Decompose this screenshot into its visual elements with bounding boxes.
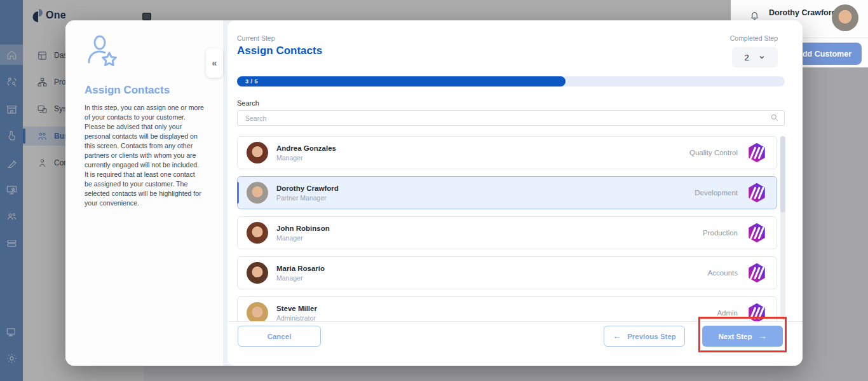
company-hexagon-logo <box>746 302 768 321</box>
assign-contacts-modal: « Assign Contacts In this step, you can … <box>65 20 803 366</box>
contact-row-andrea-gonzales[interactable]: Andrea GonzalesManager Quality Control <box>237 136 777 169</box>
company-hexagon-logo <box>746 142 768 163</box>
avatar <box>247 182 268 204</box>
arrow-right-icon: → <box>759 331 767 341</box>
current-step-label: Current Step <box>237 34 275 42</box>
contact-row-john-robinson[interactable]: John RobinsonManager Production <box>237 216 777 249</box>
contact-role: Manager <box>276 154 336 162</box>
progress-label: 3 / 5 <box>245 78 258 85</box>
screen: One Dash Proje Syst Busi Cont Dorothy <box>0 0 868 381</box>
bell-icon[interactable] <box>750 11 759 20</box>
avatar <box>247 262 268 284</box>
scrollbar-thumb[interactable] <box>780 136 785 212</box>
arrow-left-icon: ← <box>613 331 621 341</box>
chevron-down-icon <box>758 53 766 61</box>
header-user-avatar[interactable] <box>832 4 858 31</box>
contact-name: Andrea Gonzales <box>276 144 336 152</box>
modal-step-title: Assign Contacts <box>85 84 170 97</box>
current-step-title: Assign Contacts <box>237 45 322 57</box>
next-step-label: Next Step <box>718 333 752 340</box>
contact-role: Manager <box>276 234 330 242</box>
modal-step-description: In this step, you can assign one or more… <box>85 103 204 208</box>
company-hexagon-logo <box>746 222 768 244</box>
previous-step-label: Previous Step <box>627 333 676 340</box>
modal-content-panel: Current Step Assign Contacts Completed S… <box>227 20 803 366</box>
contact-row-dorothy-crawford[interactable]: Dorothy CrawfordPartner Manager Developm… <box>237 176 777 209</box>
completed-step-value: 2 <box>744 53 749 62</box>
previous-step-button[interactable]: ← Previous Step <box>604 326 685 347</box>
contact-role: Administrator <box>276 314 317 322</box>
contact-row-maria-rosario[interactable]: Maria RosarioManager Accounts <box>237 256 777 289</box>
next-step-button[interactable]: Next Step → <box>702 326 783 347</box>
search-icon[interactable] <box>770 113 779 122</box>
contact-department: Admin <box>717 309 738 317</box>
contact-name: Dorothy Crawford <box>276 184 339 192</box>
list-scrollbar[interactable] <box>780 136 785 320</box>
completed-step-label: Completed Step <box>730 34 778 42</box>
modal-info-panel: « Assign Contacts In this step, you can … <box>65 20 223 366</box>
collapse-panel-button[interactable]: « <box>206 48 223 78</box>
contact-name: Steve Miller <box>276 305 317 312</box>
search-input[interactable] <box>237 110 785 126</box>
contact-department: Quality Control <box>689 149 738 156</box>
contact-department: Development <box>695 189 738 197</box>
person-star-icon <box>83 34 120 74</box>
avatar <box>247 302 268 321</box>
progress-bar: 3 / 5 <box>237 76 785 87</box>
contact-role: Manager <box>276 274 325 282</box>
contact-department: Production <box>703 229 738 237</box>
avatar <box>247 222 268 244</box>
contact-department: Accounts <box>708 269 738 277</box>
search-label: Search <box>237 99 259 107</box>
contact-list: Andrea GonzalesManager Quality Control D… <box>237 136 777 321</box>
contact-role: Partner Manager <box>276 194 339 202</box>
contact-name: Maria Rosario <box>276 265 325 272</box>
contact-name: John Robinson <box>276 225 330 232</box>
avatar <box>247 142 268 163</box>
cancel-button[interactable]: Cancel <box>238 326 321 347</box>
completed-step-dropdown[interactable]: 2 <box>732 47 778 67</box>
company-hexagon-logo <box>746 182 768 204</box>
progress-bar-fill: 3 / 5 <box>237 76 566 87</box>
modal-footer: Cancel ← Previous Step Next Step → <box>227 321 803 366</box>
contact-row-steve-miller[interactable]: Steve MillerAdministrator Admin <box>237 296 777 321</box>
company-hexagon-logo <box>746 262 768 284</box>
